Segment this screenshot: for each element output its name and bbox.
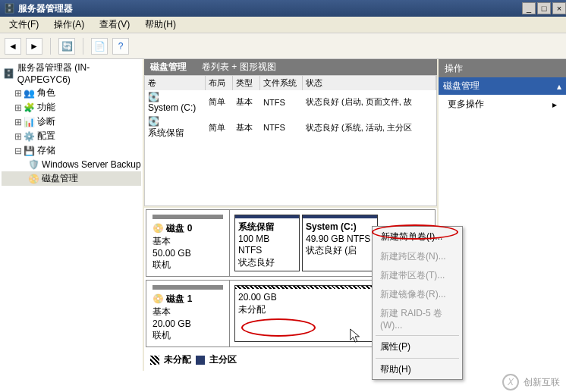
tree-diagnostics[interactable]: ⊞ 📊 诊断 xyxy=(2,114,141,129)
tree-diagnostics-label: 诊断 xyxy=(37,115,55,128)
maximize-button[interactable]: □ xyxy=(537,2,551,14)
toolbar-separator xyxy=(83,38,83,55)
disk-size: 20.00 GB xyxy=(153,318,223,329)
menu-help[interactable]: 帮助(H) xyxy=(140,17,181,33)
content-title: 磁盘管理 xyxy=(150,61,187,74)
tree-config-label: 配置 xyxy=(37,130,55,143)
toolbar-separator xyxy=(50,38,51,55)
cm-new-raid5-volume: 新建 RAID-5 卷(W)... xyxy=(373,304,462,334)
actions-more-label: 更多操作 xyxy=(448,98,484,111)
back-button[interactable]: ◄ xyxy=(5,38,21,55)
disk-name: 磁盘 1 xyxy=(166,293,192,304)
expand-icon[interactable]: ⊞ xyxy=(14,88,23,99)
tree-root-label: 服务器管理器 (IN-QAPEGYC6) xyxy=(17,61,141,85)
col-fs[interactable]: 文件系统 xyxy=(260,76,303,90)
actions-more[interactable]: 更多操作 ▸ xyxy=(439,95,566,114)
actions-panel-selected[interactable]: 磁盘管理 ▴ xyxy=(439,77,566,95)
disk-size: 50.00 GB xyxy=(153,248,223,259)
part-title: 系统保留 xyxy=(238,221,275,232)
cell-fs: NTFS xyxy=(260,121,303,133)
part-status: 未分配 xyxy=(238,304,266,315)
col-layout[interactable]: 布局 xyxy=(206,76,233,90)
window-titlebar: 🗄️ 服务器管理器 _ □ × xyxy=(0,0,566,17)
cursor-icon xyxy=(349,328,363,344)
cm-new-spanned-volume: 新建跨区卷(N)... xyxy=(373,247,462,266)
toolbar: ◄ ► 🔄 📄 ? xyxy=(0,33,566,59)
part-status: 状态良好 (启 xyxy=(306,245,357,256)
server-icon: 🗄️ xyxy=(3,67,15,80)
legend-swatch-unalloc xyxy=(150,356,159,365)
menu-view[interactable]: 查看(V) xyxy=(95,17,134,33)
volume-icon: 💽 xyxy=(148,92,160,102)
menu-separator xyxy=(376,335,459,336)
chevron-up-icon: ▴ xyxy=(557,81,561,92)
part-size: 100 MB NTFS xyxy=(238,234,269,256)
cell-type: 基本 xyxy=(233,95,260,109)
partition-system-c[interactable]: System (C:) 49.90 GB NTFS 状态良好 (启 xyxy=(302,215,378,271)
backup-icon: 🛡️ xyxy=(27,158,39,171)
cell-status: 状态良好 (启动, 页面文件, 故 xyxy=(303,95,436,109)
expand-icon[interactable]: ⊞ xyxy=(14,117,23,127)
menubar: 文件(F) 操作(A) 查看(V) 帮助(H) xyxy=(0,17,566,33)
table-row[interactable]: 💽系统保留 简单 基本 NTFS 状态良好 (系统, 活动, 主分区 xyxy=(145,114,436,141)
disk-state: 联机 xyxy=(153,329,223,342)
close-button[interactable]: × xyxy=(552,2,566,14)
disk-kind: 基本 xyxy=(153,306,223,318)
legend-unalloc-label: 未分配 xyxy=(164,353,191,366)
chevron-right-icon: ▸ xyxy=(552,99,557,110)
forward-button[interactable]: ► xyxy=(26,38,42,55)
expand-icon[interactable]: ⊞ xyxy=(14,102,23,113)
content-subtitle: 卷列表 + 图形视图 xyxy=(202,61,276,74)
legend-primary-label: 主分区 xyxy=(209,353,237,366)
properties-button[interactable]: 📄 xyxy=(91,38,108,55)
tree-diskmgmt[interactable]: 📀 磁盘管理 xyxy=(2,171,141,186)
roles-icon: 👥 xyxy=(23,87,35,99)
tree-root[interactable]: 🗄️ 服务器管理器 (IN-QAPEGYC6) xyxy=(2,61,141,86)
tree-features[interactable]: ⊞ 🧩 功能 xyxy=(2,100,141,114)
tree-diskmgmt-label: 磁盘管理 xyxy=(42,172,78,185)
disk-name: 磁盘 0 xyxy=(166,223,192,234)
partition-system-reserved[interactable]: 系统保留 100 MB NTFS 状态良好 xyxy=(234,215,300,271)
actions-panel-selected-label: 磁盘管理 xyxy=(443,80,480,93)
disk-icon: 📀 xyxy=(27,173,39,185)
diagnostics-icon: 📊 xyxy=(23,116,35,128)
cm-properties[interactable]: 属性(P) xyxy=(373,337,462,356)
col-status[interactable]: 状态 xyxy=(303,76,436,90)
part-title: System (C:) xyxy=(306,221,357,232)
refresh-button[interactable]: 🔄 xyxy=(58,38,75,55)
minimize-button[interactable]: _ xyxy=(522,2,536,14)
tree-config[interactable]: ⊞ ⚙️ 配置 xyxy=(2,129,141,143)
menu-action[interactable]: 操作(A) xyxy=(49,17,89,33)
disk-info: 📀 磁盘 0 基本 50.00 GB 联机 xyxy=(146,210,230,276)
help-button[interactable]: ? xyxy=(112,38,129,55)
menu-file[interactable]: 文件(F) xyxy=(5,17,43,33)
content-header: 磁盘管理 卷列表 + 图形视图 xyxy=(144,59,437,75)
col-type[interactable]: 类型 xyxy=(233,76,260,90)
disk-color-bar xyxy=(153,215,223,219)
legend-swatch-primary xyxy=(196,356,205,365)
cm-new-simple-volume[interactable]: 新建简单卷(I)... xyxy=(373,227,462,247)
part-status: 状态良好 xyxy=(238,257,275,268)
disk-state: 联机 xyxy=(153,259,223,271)
collapse-icon[interactable]: ⊟ xyxy=(14,146,23,156)
col-volume[interactable]: 卷 xyxy=(145,76,206,90)
volume-table: 卷 布局 类型 文件系统 状态 💽System (C:) 简单 基本 NTFS … xyxy=(144,75,437,206)
expand-icon[interactable]: ⊞ xyxy=(14,131,23,142)
table-header: 卷 布局 类型 文件系统 状态 xyxy=(145,76,436,90)
cm-new-mirrored-volume: 新建镜像卷(R)... xyxy=(373,285,462,304)
tree-roles[interactable]: ⊞ 👥 角色 xyxy=(2,86,141,100)
window-title: 服务器管理器 xyxy=(18,2,73,15)
cell-fs: NTFS xyxy=(260,96,303,108)
watermark: X 创新互联 xyxy=(502,374,560,390)
watermark-logo-icon: X xyxy=(502,374,519,390)
cell-status: 状态良好 (系统, 活动, 主分区 xyxy=(303,121,436,135)
tree-storage[interactable]: ⊟ 💾 存储 xyxy=(2,143,141,158)
features-icon: 🧩 xyxy=(23,102,35,114)
tree-features-label: 功能 xyxy=(37,101,55,114)
disk-icon: 📀 xyxy=(153,293,166,304)
tree-wsb[interactable]: 🛡️ Windows Server Backup xyxy=(2,158,141,171)
table-row[interactable]: 💽System (C:) 简单 基本 NTFS 状态良好 (启动, 页面文件, … xyxy=(145,90,436,114)
nav-tree: 🗄️ 服务器管理器 (IN-QAPEGYC6) ⊞ 👥 角色 ⊞ 🧩 功能 ⊞ … xyxy=(0,59,144,371)
cm-help[interactable]: 帮助(H) xyxy=(373,360,462,379)
actions-panel-title: 操作 xyxy=(439,59,566,77)
